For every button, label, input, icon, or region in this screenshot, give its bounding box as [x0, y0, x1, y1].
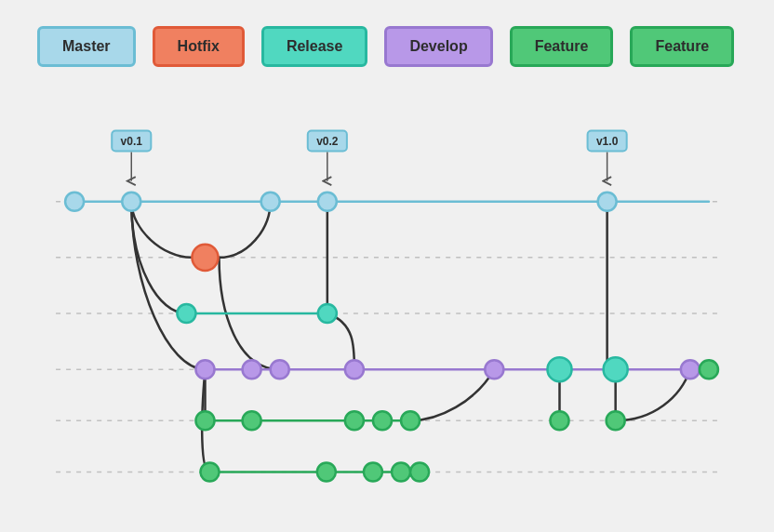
feature1-node-620: [607, 411, 625, 430]
feature2-node-185: [200, 462, 219, 481]
master-node-v01: [122, 193, 140, 211]
feature1-node-370: [373, 411, 392, 430]
develop-node-620: [604, 357, 628, 381]
feature2-node-410: [410, 462, 429, 481]
feature1-node-230: [243, 411, 261, 430]
feature1-node-340: [345, 411, 364, 430]
version-v02: v0.2: [308, 130, 347, 151]
master-node-start: [65, 193, 84, 211]
develop-node-340: [345, 360, 364, 379]
diagram: v0.1 v0.2 v1.0: [0, 86, 774, 532]
feature2-node-360: [364, 462, 382, 481]
feature1-to-develop: [410, 369, 494, 420]
master-to-develop: [131, 202, 205, 369]
release-node-start: [177, 304, 195, 323]
hotfix-node: [192, 245, 218, 271]
legend-hotfix: Hotfix: [153, 26, 245, 67]
feature1-node-400: [401, 411, 420, 430]
develop-node-560: [547, 357, 571, 381]
develop-node-start: [195, 360, 214, 379]
feature2-node-310: [317, 462, 336, 481]
feature1b-to-develop: [616, 369, 690, 420]
version-v10: v1.0: [588, 130, 627, 151]
develop-node-260: [271, 360, 289, 379]
legend-master: Master: [37, 26, 136, 67]
master-to-hotfix: [131, 202, 191, 258]
hotfix-to-master-v02: [220, 202, 271, 258]
version-v01: v0.1: [112, 130, 151, 151]
master-node-250: [261, 193, 280, 211]
svg-text:v1.0: v1.0: [596, 135, 619, 148]
develop-node-700: [681, 360, 700, 379]
svg-text:v0.1: v0.1: [121, 135, 143, 148]
develop-node-230: [243, 360, 261, 379]
legend-feature2: Feature: [630, 26, 734, 67]
git-flow-svg: v0.1 v0.2 v1.0: [37, 86, 737, 532]
legend-release: Release: [261, 26, 368, 67]
develop-node-end: [700, 360, 718, 379]
svg-text:v0.2: v0.2: [316, 135, 339, 148]
legend-develop: Develop: [384, 26, 492, 67]
master-node-v10: [598, 193, 617, 211]
legend-feature1: Feature: [510, 26, 614, 67]
feature1-node-560: [550, 411, 568, 430]
legend: Master Hotfix Release Develop Feature Fe…: [0, 0, 774, 86]
feature2-node-390: [392, 462, 410, 481]
develop-node-490: [485, 360, 503, 379]
master-node-v02: [318, 193, 337, 211]
feature1-node-180: [195, 411, 214, 430]
release-node-end: [318, 304, 337, 323]
